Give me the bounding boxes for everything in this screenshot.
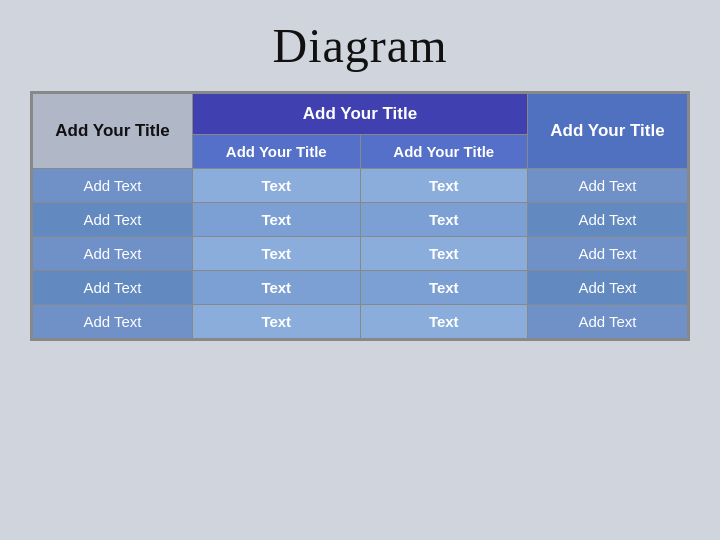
- diagram-table: Add Your Title Add Your Title Add Your T…: [32, 93, 688, 339]
- row1-mid2: Text: [360, 169, 528, 203]
- table-row: Add Text Text Text Add Text: [33, 237, 688, 271]
- row4-mid2: Text: [360, 271, 528, 305]
- row1-mid1: Text: [193, 169, 361, 203]
- table-row: Add Text Text Text Add Text: [33, 271, 688, 305]
- table-row: Add Text Text Text Add Text: [33, 305, 688, 339]
- row2-mid2: Text: [360, 203, 528, 237]
- row1-left: Add Text: [33, 169, 193, 203]
- header-center-top-title: Add Your Title: [193, 94, 528, 135]
- row2-left: Add Text: [33, 203, 193, 237]
- header-sub2: Add Your Title: [360, 135, 528, 169]
- row5-left: Add Text: [33, 305, 193, 339]
- row3-right: Add Text: [528, 237, 688, 271]
- page: Diagram Add Your Title Add Your Title Ad…: [0, 0, 720, 540]
- header-right-title: Add Your Title: [528, 94, 688, 169]
- row5-right: Add Text: [528, 305, 688, 339]
- row2-right: Add Text: [528, 203, 688, 237]
- row1-right: Add Text: [528, 169, 688, 203]
- row4-mid1: Text: [193, 271, 361, 305]
- row5-mid1: Text: [193, 305, 361, 339]
- page-title: Diagram: [273, 18, 448, 73]
- row4-left: Add Text: [33, 271, 193, 305]
- diagram-table-wrapper: Add Your Title Add Your Title Add Your T…: [30, 91, 690, 341]
- row3-left: Add Text: [33, 237, 193, 271]
- row3-mid2: Text: [360, 237, 528, 271]
- table-row: Add Text Text Text Add Text: [33, 203, 688, 237]
- header-left-title: Add Your Title: [33, 94, 193, 169]
- row3-mid1: Text: [193, 237, 361, 271]
- row2-mid1: Text: [193, 203, 361, 237]
- header-sub1: Add Your Title: [193, 135, 361, 169]
- row5-mid2: Text: [360, 305, 528, 339]
- table-row: Add Text Text Text Add Text: [33, 169, 688, 203]
- row4-right: Add Text: [528, 271, 688, 305]
- header-row-1: Add Your Title Add Your Title Add Your T…: [33, 94, 688, 135]
